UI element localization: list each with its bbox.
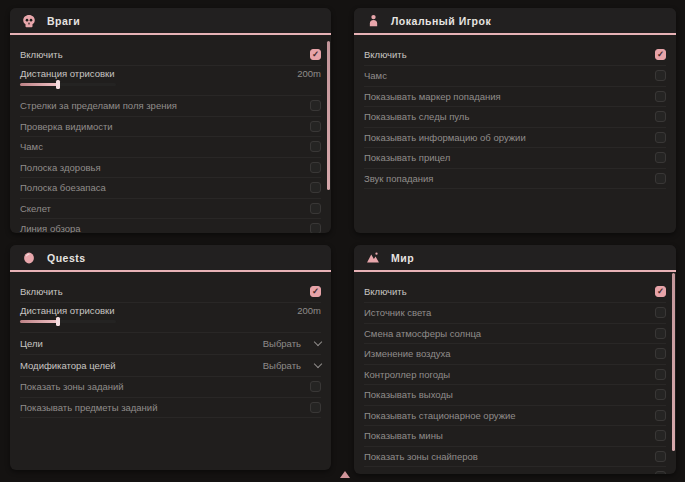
setting-row-toggle[interactable]: Источник света <box>364 303 666 324</box>
setting-label: Включить <box>364 49 407 60</box>
checkbox[interactable] <box>310 49 321 60</box>
panel-header: Локальный Игрок <box>354 8 676 35</box>
setting-row-dropdown: ЦелиВыбрать <box>20 333 321 355</box>
setting-label: Изменение воздуха <box>364 348 451 359</box>
panel-header: Мир <box>354 245 676 272</box>
checkbox[interactable] <box>655 348 666 359</box>
checkbox[interactable] <box>310 402 321 413</box>
setting-row-toggle[interactable]: Полоска здоровья <box>20 158 321 179</box>
world-icon <box>366 251 380 265</box>
dropdown-value: Выбрать <box>263 360 301 371</box>
checkbox[interactable] <box>655 173 666 184</box>
checkbox[interactable] <box>310 223 321 233</box>
panel-title: Враги <box>47 15 80 27</box>
setting-label: Показать точки выхода <box>364 471 466 474</box>
scrollbar[interactable] <box>672 273 675 451</box>
checkbox[interactable] <box>655 152 666 163</box>
checkbox[interactable] <box>310 100 321 111</box>
setting-row-toggle[interactable]: Показывать информацию об оружии <box>364 128 666 149</box>
panel-content: ВключитьИсточник светаСмена атмосферы со… <box>354 272 676 474</box>
checkbox[interactable] <box>655 91 666 102</box>
setting-row-toggle[interactable]: Скелет <box>20 199 321 220</box>
setting-row-toggle[interactable]: Включить <box>364 43 666 66</box>
setting-row-toggle[interactable]: Линия обзора <box>20 219 321 233</box>
setting-row-toggle[interactable]: Показать зоны заданий <box>20 377 321 398</box>
setting-row-toggle[interactable]: Смена атмосферы солнца <box>364 324 666 345</box>
checkbox[interactable] <box>310 286 321 297</box>
setting-row-toggle[interactable]: Чамс <box>364 66 666 87</box>
checkbox[interactable] <box>655 410 666 421</box>
setting-row-toggle[interactable]: Показывать прицел <box>364 148 666 169</box>
dropdown[interactable]: Выбрать <box>263 360 321 371</box>
setting-label: Показывать мины <box>364 430 443 441</box>
checkbox[interactable] <box>310 162 321 173</box>
setting-row-toggle[interactable]: Включить <box>364 280 666 303</box>
setting-label: Дистанция отрисовки <box>20 68 114 79</box>
checkbox[interactable] <box>655 369 666 380</box>
setting-row-dropdown: Модификатора целейВыбрать <box>20 355 321 377</box>
setting-label: Полоска здоровья <box>20 162 101 173</box>
setting-label: Включить <box>20 286 63 297</box>
setting-row-toggle[interactable]: Стрелки за пределами поля зрения <box>20 96 321 117</box>
player-icon <box>366 14 380 28</box>
checkbox[interactable] <box>655 111 666 122</box>
slider-value: 200m <box>297 68 321 79</box>
setting-label: Включить <box>364 286 407 297</box>
setting-label: Показать зоны заданий <box>20 381 124 392</box>
setting-label: Модификатора целей <box>20 360 116 371</box>
setting-label: Показывать маркер попадания <box>364 91 501 102</box>
checkbox[interactable] <box>655 471 666 474</box>
scrollbar[interactable] <box>327 41 330 190</box>
scroll-indicator-icon[interactable] <box>340 471 350 478</box>
checkbox[interactable] <box>655 132 666 143</box>
setting-row-toggle[interactable]: Показывать мины <box>364 426 666 447</box>
setting-row-toggle[interactable]: Звук попадания <box>364 169 666 190</box>
setting-label: Показывать информацию об оружии <box>364 132 526 143</box>
checkbox[interactable] <box>310 381 321 392</box>
setting-row-toggle[interactable]: Включить <box>20 280 321 303</box>
slider-handle[interactable] <box>56 317 60 326</box>
draw-distance-slider[interactable] <box>20 320 116 323</box>
checkbox[interactable] <box>655 307 666 318</box>
checkbox[interactable] <box>655 286 666 297</box>
setting-row-toggle[interactable]: Изменение воздуха <box>364 344 666 365</box>
panel-title: Quests <box>47 252 86 264</box>
setting-label: Показать зоны снайперов <box>364 451 478 462</box>
setting-row-toggle[interactable]: Показывать предметы заданий <box>20 398 321 419</box>
setting-row-toggle[interactable]: Показывать маркер попадания <box>364 87 666 108</box>
checkbox[interactable] <box>655 49 666 60</box>
dropdown-value: Выбрать <box>263 338 301 349</box>
setting-row-slider: Дистанция отрисовки200m <box>20 303 321 333</box>
panel-content: ВключитьДистанция отрисовки200mЦелиВыбра… <box>10 272 331 418</box>
checkbox[interactable] <box>655 430 666 441</box>
setting-label: Показывать выходы <box>364 389 453 400</box>
checkbox[interactable] <box>655 70 666 81</box>
checkbox[interactable] <box>310 121 321 132</box>
setting-label: Стрелки за пределами поля зрения <box>20 100 177 111</box>
panel-content: ВключитьДистанция отрисовки200mСтрелки з… <box>10 35 331 233</box>
setting-row-toggle[interactable]: Показать зоны снайперов <box>364 447 666 468</box>
slider-handle[interactable] <box>56 80 60 89</box>
checkbox[interactable] <box>310 203 321 214</box>
setting-row-toggle[interactable]: Полоска боезапаса <box>20 178 321 199</box>
checkbox[interactable] <box>310 182 321 193</box>
setting-row-toggle[interactable]: Показывать выходы <box>364 385 666 406</box>
setting-label: Показывать предметы заданий <box>20 402 157 413</box>
setting-row-toggle[interactable]: Чамс <box>20 137 321 158</box>
checkbox[interactable] <box>655 328 666 339</box>
draw-distance-slider[interactable] <box>20 83 116 86</box>
setting-label: Включить <box>20 49 63 60</box>
checkbox[interactable] <box>655 451 666 462</box>
setting-row-toggle[interactable]: Показать точки выхода <box>364 467 666 474</box>
setting-label: Контроллер погоды <box>364 369 450 380</box>
setting-row-toggle[interactable]: Показывать следы пуль <box>364 107 666 128</box>
dropdown[interactable]: Выбрать <box>263 338 321 349</box>
setting-row-toggle[interactable]: Показывать стационарное оружие <box>364 406 666 427</box>
setting-label: Показывать стационарное оружие <box>364 410 516 421</box>
setting-row-toggle[interactable]: Проверка видимости <box>20 117 321 138</box>
panel-header: Враги <box>10 8 331 35</box>
checkbox[interactable] <box>655 389 666 400</box>
checkbox[interactable] <box>310 141 321 152</box>
setting-row-toggle[interactable]: Включить <box>20 43 321 66</box>
setting-row-toggle[interactable]: Контроллер погоды <box>364 365 666 386</box>
